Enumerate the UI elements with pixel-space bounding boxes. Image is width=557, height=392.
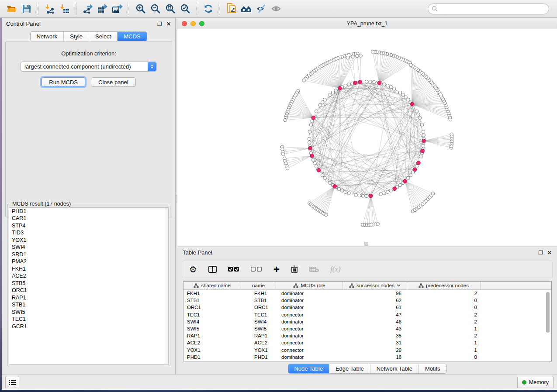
mcds-list-item[interactable]: TID3 bbox=[9, 230, 168, 237]
table-cell[interactable]: dominator bbox=[276, 291, 343, 296]
mcds-list-item[interactable]: CAR1 bbox=[9, 215, 168, 223]
tab-network[interactable]: Network bbox=[30, 32, 63, 41]
column-view-icon[interactable] bbox=[208, 266, 217, 273]
network-canvas[interactable] bbox=[177, 29, 557, 246]
table-cell[interactable]: ACE2 bbox=[241, 340, 276, 345]
table-cell[interactable]: 62 bbox=[343, 298, 407, 303]
export-table-icon[interactable] bbox=[95, 2, 110, 16]
table-cell[interactable]: TEC1 bbox=[183, 312, 241, 317]
table-cell[interactable]: connector bbox=[276, 340, 343, 345]
tab-node-table[interactable]: Node Table bbox=[288, 364, 329, 373]
table-cell[interactable]: 35 bbox=[343, 333, 407, 338]
show-panels-menu-button[interactable] bbox=[5, 377, 19, 388]
tab-motifs[interactable]: Motifs bbox=[419, 364, 446, 373]
tab-mcds[interactable]: MCDS bbox=[117, 32, 146, 41]
table-row[interactable]: STB1STB1dominator620 bbox=[183, 297, 551, 304]
mcds-list-item[interactable]: PMA2 bbox=[9, 258, 168, 266]
table-scrollbar[interactable] bbox=[546, 291, 550, 360]
zoom-out-icon[interactable] bbox=[148, 2, 163, 16]
optimization-criterion-select[interactable]: largest connected component (undirected) bbox=[21, 62, 157, 72]
mcds-list-scrollbar[interactable] bbox=[165, 208, 168, 364]
zoom-selected-icon[interactable] bbox=[178, 2, 193, 16]
table-row[interactable]: SWI5SWI5connector431 bbox=[183, 325, 551, 332]
table-cell[interactable]: 0 bbox=[407, 298, 481, 303]
open-folder-icon[interactable] bbox=[4, 2, 19, 16]
mcds-list-item[interactable]: STP4 bbox=[9, 222, 168, 230]
table-cell[interactable]: 61 bbox=[343, 305, 407, 310]
table-cell[interactable]: ORC1 bbox=[241, 305, 276, 310]
table-cell[interactable]: FKH1 bbox=[183, 291, 241, 296]
close-panel-icon[interactable]: ✕ bbox=[166, 21, 171, 27]
clone-network-icon[interactable] bbox=[224, 2, 239, 16]
table-cell[interactable]: STB1 bbox=[183, 298, 241, 303]
mcds-list-item[interactable]: TEC1 bbox=[9, 316, 168, 323]
table-cell[interactable]: RAP1 bbox=[241, 333, 276, 338]
hide-selected-icon[interactable] bbox=[254, 2, 269, 16]
function-builder-icon[interactable]: f(x) bbox=[330, 265, 341, 274]
import-table-icon[interactable] bbox=[57, 2, 72, 16]
table-scrollbar-thumb[interactable] bbox=[546, 292, 550, 333]
tab-network-table[interactable]: Network Table bbox=[370, 364, 419, 373]
table-row[interactable]: SWI4SWI4dominator462 bbox=[183, 318, 551, 325]
table-cell[interactable]: PHD1 bbox=[183, 354, 241, 360]
table-cell[interactable]: dominator bbox=[276, 333, 343, 338]
delete-column-icon[interactable] bbox=[291, 265, 298, 273]
run-mcds-button[interactable]: Run MCDS bbox=[42, 77, 85, 87]
table-cell[interactable]: dominator bbox=[276, 319, 343, 324]
table-cell[interactable]: 2 bbox=[407, 333, 481, 338]
table-cell[interactable]: PHD1 bbox=[241, 354, 276, 360]
export-image-icon[interactable] bbox=[110, 2, 125, 16]
table-cell[interactable]: dominator bbox=[276, 354, 343, 360]
table-cell[interactable]: STB1 bbox=[241, 298, 276, 303]
column-header-successor-nodes[interactable]: successor nodes bbox=[343, 282, 407, 289]
mcds-result-list[interactable]: PHD1CAR1STP4TID3YOX1SWI4SRD1PMA2FKH1ACE2… bbox=[9, 207, 169, 364]
table-cell[interactable]: 29 bbox=[343, 347, 407, 353]
table-cell[interactable]: 2 bbox=[407, 291, 481, 296]
import-network-icon[interactable] bbox=[42, 2, 57, 16]
delete-table-icon[interactable] bbox=[309, 266, 319, 272]
tab-edge-table[interactable]: Edge Table bbox=[329, 364, 370, 373]
settings-gear-icon[interactable]: ⚙ bbox=[189, 264, 197, 275]
float-panel-icon[interactable]: ❐ bbox=[538, 250, 543, 255]
table-cell[interactable]: SWI4 bbox=[183, 319, 241, 324]
memory-button[interactable]: Memory bbox=[517, 377, 554, 388]
refresh-icon[interactable] bbox=[201, 2, 216, 16]
column-header-name[interactable]: name bbox=[241, 282, 276, 289]
table-cell[interactable]: 18 bbox=[343, 354, 407, 360]
table-cell[interactable]: SWI5 bbox=[183, 326, 241, 331]
table-row[interactable]: TEC1TEC1connector472 bbox=[183, 311, 551, 318]
mcds-list-item[interactable]: SWI4 bbox=[9, 244, 168, 251]
mcds-list-item[interactable]: ORC1 bbox=[9, 287, 168, 295]
table-row[interactable]: RAP1RAP1dominator352 bbox=[183, 332, 551, 339]
splitter-handle[interactable] bbox=[364, 242, 368, 246]
tab-select[interactable]: Select bbox=[89, 32, 117, 41]
float-panel-icon[interactable]: ❐ bbox=[157, 21, 162, 27]
table-cell[interactable]: 1 bbox=[407, 347, 481, 353]
select-all-icon[interactable] bbox=[228, 267, 239, 272]
table-cell[interactable]: ORC1 bbox=[183, 305, 241, 310]
tab-style[interactable]: Style bbox=[63, 32, 89, 41]
table-cell[interactable]: FKH1 bbox=[241, 291, 276, 296]
table-row[interactable]: ACE2ACE2connector311 bbox=[183, 339, 551, 346]
mcds-list-item[interactable]: STB1 bbox=[9, 302, 168, 309]
table-row[interactable]: FKH1FKH1dominator962 bbox=[183, 290, 551, 297]
mcds-list-item[interactable]: GCR1 bbox=[9, 323, 168, 330]
mcds-list-item[interactable]: SRD1 bbox=[9, 251, 168, 258]
column-header-mcds-role[interactable]: MCDS role bbox=[276, 282, 343, 289]
table-cell[interactable]: 47 bbox=[343, 312, 407, 317]
export-network-icon[interactable] bbox=[80, 2, 95, 16]
mcds-list-item[interactable]: ACE2 bbox=[9, 273, 168, 280]
table-cell[interactable]: 31 bbox=[343, 340, 407, 345]
table-row[interactable]: ORC1ORC1dominator610 bbox=[183, 304, 551, 311]
add-column-icon[interactable]: + bbox=[273, 264, 280, 275]
table-cell[interactable]: 0 bbox=[407, 305, 481, 310]
mcds-list-item[interactable]: FKH1 bbox=[9, 265, 168, 273]
table-cell[interactable]: connector bbox=[276, 326, 343, 331]
table-cell[interactable]: dominator bbox=[276, 298, 343, 303]
close-panel-button[interactable]: Close panel bbox=[91, 77, 136, 87]
mcds-list-item[interactable]: PHD1 bbox=[9, 208, 168, 215]
search-input[interactable] bbox=[428, 3, 549, 14]
table-cell[interactable]: 43 bbox=[343, 326, 407, 331]
mcds-list-item[interactable]: YOX1 bbox=[9, 237, 168, 244]
table-cell[interactable]: YOX1 bbox=[241, 347, 276, 353]
